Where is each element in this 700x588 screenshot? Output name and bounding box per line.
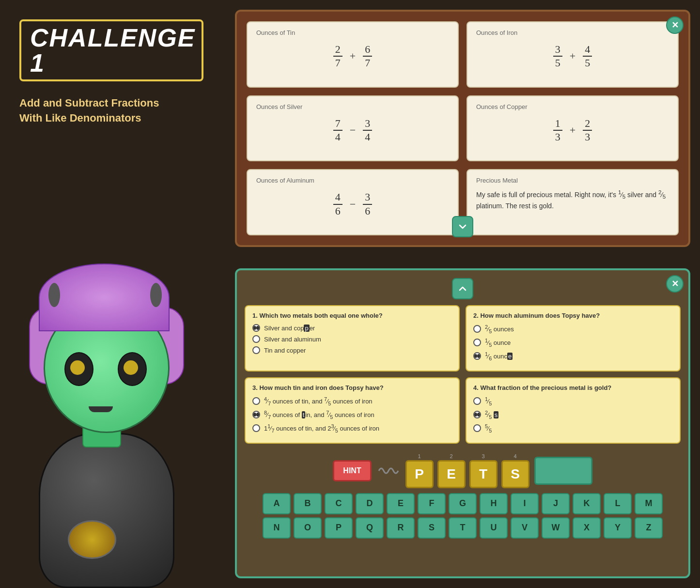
key-D[interactable]: D [356,493,384,514]
key-X[interactable]: X [573,517,601,539]
iron-card-title: Ounces of Iron [476,29,669,36]
key-P[interactable]: P [325,517,353,539]
scroll-up-button[interactable] [452,278,473,299]
slot-4: 4 S [501,453,529,488]
challenge-label: CHALLENGE [30,24,196,52]
q3-option-b[interactable]: 8⁄7 ounces of tin, and 7⁄5 ounces of iro… [252,410,452,420]
question-1-card: 1. Which two metals both equal one whole… [245,305,460,371]
questions-grid: 1. Which two metals both equal one whole… [245,305,681,444]
key-N[interactable]: N [263,517,291,539]
answer-input-box[interactable] [534,457,592,485]
letter-slot-t[interactable]: T [469,460,498,488]
q2-option-c[interactable]: 1⁄6 ounce [473,351,673,361]
key-K[interactable]: K [573,493,601,514]
q1-option-c[interactable]: Tin and copper [252,346,452,354]
reading-panel: ✕ Ounces of Tin 27 + 67 Ounces of Iron 3… [235,10,690,247]
key-O[interactable]: O [294,517,322,539]
slot-3: 3 T [469,453,498,488]
hint-button[interactable]: HINT [333,460,371,481]
q1-answer-a: Silver and copper [264,325,315,332]
q3-radio-a[interactable] [252,397,260,405]
key-Q[interactable]: Q [356,517,384,539]
precious-metal-title: Precious Metal [476,177,669,184]
q4-radio-a[interactable] [473,397,481,405]
q2-answer-a: 2⁄5 ounces [485,324,514,334]
hair-tie-left [48,283,60,307]
challenge-title: CHALLENGE 1 [30,24,196,77]
q1-answer-c: Tin and copper [264,347,306,354]
key-W[interactable]: W [542,517,570,539]
key-J[interactable]: J [542,493,570,514]
q2-radio-c[interactable] [473,352,481,360]
q1-radio-a[interactable] [252,324,260,332]
q3-option-c[interactable]: 11⁄7 ounces of tin, and 23⁄5 ounces of i… [252,423,452,433]
question-3-card: 3. How much tin and iron does Topsy have… [245,377,460,444]
copper-fraction: 13 + 23 [476,114,669,147]
key-Y[interactable]: Y [604,517,632,539]
q2-option-b[interactable]: 1⁄5 ounce [473,338,673,348]
tin-card: Ounces of Tin 27 + 67 [247,21,459,88]
q4-radio-b[interactable] [473,411,481,418]
key-H[interactable]: H [480,493,508,514]
key-Z[interactable]: Z [635,517,663,539]
key-I[interactable]: I [511,493,539,514]
q1-radio-c[interactable] [252,346,260,354]
letter-slot-s[interactable]: S [501,460,529,488]
key-S[interactable]: S [418,517,446,539]
q1-option-b[interactable]: Silver and aluminum [252,335,452,343]
slot-1: 1 P [405,453,434,488]
keyboard-row-2: N O P Q R S T U V W X Y Z [263,517,663,539]
q3-radio-c[interactable] [252,424,260,432]
key-C[interactable]: C [325,493,353,514]
letter-slots: 1 P 2 E 3 T 4 S [405,453,529,488]
right-panel: ✕ Ounces of Tin 27 + 67 Ounces of Iron 3… [225,0,700,588]
character-illustration [0,152,223,588]
char-left-eye [64,352,93,386]
q4-radio-c[interactable] [473,424,481,432]
key-U[interactable]: U [480,517,508,539]
q3-answer-b: 8⁄7 ounces of tin, and 7⁄5 ounces of iro… [264,410,374,420]
key-L[interactable]: L [604,493,632,514]
letter-slot-e[interactable]: E [437,460,466,488]
q3-radio-b[interactable] [252,411,260,418]
close-reading-button[interactable]: ✕ [666,16,684,34]
question-4-card: 4. What fraction of the precious metal i… [466,377,681,444]
q3-option-a[interactable]: 4⁄7 ounces of tin, and 7⁄5 ounces of iro… [252,396,452,406]
q3-answer-a: 4⁄7 ounces of tin, and 7⁄5 ounces of iro… [264,396,373,406]
subtitle-line1: Add and Subtract Fractions [19,97,159,109]
q1-radio-b[interactable] [252,335,260,343]
key-A[interactable]: A [263,493,291,514]
key-T[interactable]: T [449,517,477,539]
question-4-title: 4. What fraction of the precious metal i… [473,384,673,391]
challenge-number: 1 [30,49,45,77]
copper-card: Ounces of Copper 13 + 23 [467,95,679,162]
keyboard-row-1: A B C D E F G H I J K L M [263,493,663,514]
char-right-eye [118,352,147,386]
q2-option-a[interactable]: 2⁄5 ounces [473,324,673,334]
q2-answer-c: 1⁄6 ounce [485,351,513,361]
key-M[interactable]: M [635,493,663,514]
subtitle-line2: With Like Denominators [19,112,141,124]
letter-slot-p[interactable]: P [405,460,434,488]
q4-option-a[interactable]: 1⁄5 [473,396,673,406]
key-F[interactable]: F [418,493,446,514]
q2-radio-a[interactable] [473,325,481,333]
key-G[interactable]: G [449,493,477,514]
key-V[interactable]: V [511,517,539,539]
challenge-badge: CHALLENGE 1 [19,19,203,81]
q2-radio-b[interactable] [473,339,481,346]
q3-answer-c: 11⁄7 ounces of tin, and 23⁄5 ounces of i… [264,423,379,433]
scroll-down-button[interactable] [452,216,473,237]
close-quiz-button[interactable]: ✕ [666,275,684,293]
q1-option-a[interactable]: Silver and copper [252,324,452,332]
char-mouth [89,406,113,412]
slot-2: 2 E [437,453,466,488]
tin-fraction: 27 + 67 [256,40,449,73]
challenge-subtitle: Add and Subtract Fractions With Like Den… [19,96,203,126]
keyboard-rows: A B C D E F G H I J K L M N O P [245,493,681,539]
key-B[interactable]: B [294,493,322,514]
key-E[interactable]: E [387,493,415,514]
q4-option-c[interactable]: 5⁄5 [473,423,673,433]
q4-option-b[interactable]: 2⁄5 s [473,410,673,420]
key-R[interactable]: R [387,517,415,539]
